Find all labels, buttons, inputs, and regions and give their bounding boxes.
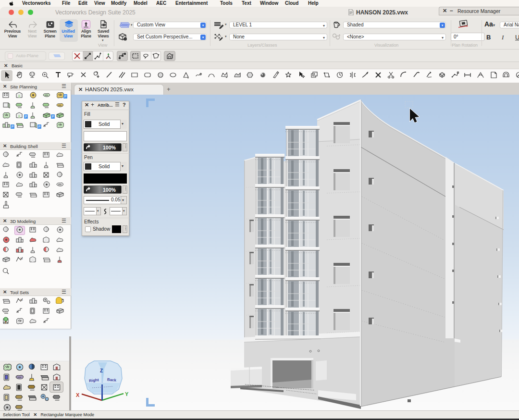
svg-text:Y: Y bbox=[125, 391, 129, 397]
svg-text:Back: Back bbox=[107, 377, 117, 383]
svg-text:Z: Z bbox=[100, 368, 103, 373]
svg-text:X: X bbox=[76, 392, 80, 398]
svg-text:%: % bbox=[20, 257, 23, 260]
svg-text:%: % bbox=[20, 298, 23, 301]
